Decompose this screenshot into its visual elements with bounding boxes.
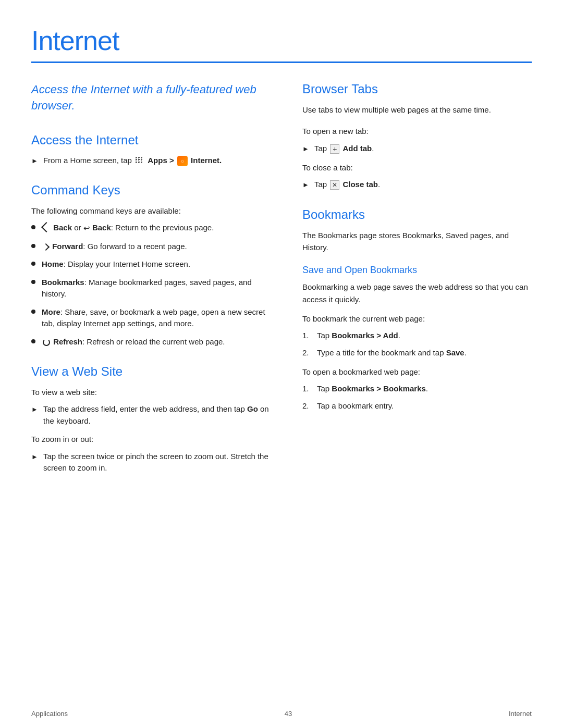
arrow-icon: ► — [302, 180, 309, 190]
bookmarks-section: Bookmarks The Bookmarks page stores Book… — [302, 207, 532, 412]
view-web-site-step1: ► Tap the address field, enter the web a… — [31, 403, 271, 427]
list-item: Back or ↩ Back: Return to the previous p… — [31, 222, 271, 234]
list-item: 2. Tap a bookmark entry. — [302, 400, 532, 412]
command-keys-title: Command Keys — [31, 183, 271, 198]
view-web-site-step2-text: Tap the screen twice or pinch the screen… — [43, 451, 271, 474]
access-internet-title: Access the Internet — [31, 133, 271, 147]
close-tab-intro: To close a tab: — [302, 162, 532, 174]
save-open-title: Save and Open Bookmarks — [302, 265, 532, 276]
arrow-icon: ► — [31, 452, 38, 462]
footer-right: Internet — [509, 710, 532, 718]
bookmarks-item: Bookmarks: Manage bookmarked pages, save… — [42, 277, 271, 300]
close-tab-step: ► Tap ✕ Close tab. — [302, 179, 532, 191]
step-number: 2. — [302, 400, 313, 412]
bookmark-current-intro: To bookmark the current web page: — [302, 313, 532, 325]
view-web-site-intro1: To view a web site: — [31, 386, 271, 398]
arrow-icon: ► — [302, 144, 309, 154]
browser-tabs-title: Browser Tabs — [302, 82, 532, 96]
right-column: Browser Tabs Use tabs to view multiple w… — [302, 82, 532, 491]
bookmarks-title: Bookmarks — [302, 207, 532, 222]
page-title: Internet — [31, 25, 532, 56]
command-keys-intro: The following command keys are available… — [31, 205, 271, 217]
main-columns: Access the Internet with a fully-feature… — [31, 82, 532, 491]
bullet-dot — [31, 225, 35, 229]
open-tab-intro: To open a new tab: — [302, 125, 532, 137]
step-number: 1. — [302, 330, 313, 342]
save-open-intro: Bookmarking a web page saves the web add… — [302, 281, 532, 305]
view-web-site-title: View a Web Site — [31, 364, 271, 379]
close-tab-icon: ✕ — [330, 180, 339, 190]
refresh-item: Refresh: Refresh or reload the current w… — [42, 336, 225, 348]
arrow-icon: ► — [31, 404, 38, 415]
browser-tabs-intro: Use tabs to view multiple web pages at t… — [302, 104, 532, 116]
refresh-icon — [43, 339, 50, 346]
step-number: 2. — [302, 347, 313, 359]
forward-item: Forward: Go forward to a recent page. — [42, 241, 187, 253]
footer-left: Applications — [31, 710, 68, 718]
bullet-dot — [31, 310, 35, 314]
bullet-dot — [31, 262, 35, 266]
list-item: Home: Display your Internet Home screen. — [31, 258, 271, 270]
footer-center: 43 — [285, 710, 292, 718]
tap-bookmark-entry: Tap a bookmark entry. — [317, 400, 394, 412]
apps-label: Apps > — [148, 156, 174, 165]
list-item: Bookmarks: Manage bookmarked pages, save… — [31, 277, 271, 300]
bookmark-steps-list: 1. Tap Bookmarks > Add. 2. Type a title … — [302, 330, 532, 359]
view-web-site-intro2: To zoom in or out: — [31, 433, 271, 445]
arrow-icon: ► — [31, 156, 38, 166]
bullet-dot — [31, 339, 35, 343]
view-web-site-step2: ► Tap the screen twice or pinch the scre… — [31, 451, 271, 474]
intro-text: Access the Internet with a fully-feature… — [31, 82, 271, 114]
bullet-dot — [31, 244, 35, 248]
left-column: Access the Internet with a fully-feature… — [31, 82, 271, 491]
list-item: 1. Tap Bookmarks > Bookmarks. — [302, 383, 532, 395]
open-tab-step: ► Tap + Add tab. — [302, 143, 532, 155]
list-item: 2. Type a title for the bookmark and tap… — [302, 347, 532, 359]
title-divider — [31, 61, 532, 63]
back-icon — [41, 222, 52, 232]
access-internet-step: ► From a Home screen, tap Apps > ☼ Inter… — [31, 155, 271, 167]
bookmarks-intro: The Bookmarks page stores Bookmarks, Sav… — [302, 229, 532, 254]
internet-label: Internet. — [191, 156, 222, 165]
list-item: Refresh: Refresh or reload the current w… — [31, 336, 271, 348]
browser-tabs-section: Browser Tabs Use tabs to view multiple w… — [302, 82, 532, 191]
apps-icon — [135, 156, 144, 166]
open-bookmarked-intro: To open a bookmarked web page: — [302, 366, 532, 378]
internet-icon: ☼ — [177, 156, 188, 166]
command-keys-section: Command Keys The following command keys … — [31, 183, 271, 348]
bullet-dot — [31, 280, 35, 284]
back-item: Back or ↩ Back: Return to the previous p… — [42, 222, 214, 234]
command-keys-list: Back or ↩ Back: Return to the previous p… — [31, 222, 271, 348]
save-open-bookmarks-subsection: Save and Open Bookmarks Bookmarking a we… — [302, 265, 532, 412]
forward-icon — [42, 243, 50, 251]
step-number: 1. — [302, 383, 313, 395]
list-item: More: Share, save, or bookmark a web pag… — [31, 306, 271, 330]
home-item: Home: Display your Internet Home screen. — [42, 258, 190, 270]
more-item: More: Share, save, or bookmark a web pag… — [42, 306, 271, 330]
open-bookmark-steps-list: 1. Tap Bookmarks > Bookmarks. 2. Tap a b… — [302, 383, 532, 412]
access-internet-text: From a Home screen, tap Apps > ☼ Interne… — [43, 155, 222, 167]
add-tab-icon: + — [330, 144, 339, 154]
list-item: Forward: Go forward to a recent page. — [31, 241, 271, 253]
access-internet-section: Access the Internet ► From a Home screen… — [31, 133, 271, 167]
footer: Applications 43 Internet — [0, 710, 563, 718]
view-web-site-section: View a Web Site To view a web site: ► Ta… — [31, 364, 271, 474]
page-content: Internet Access the Internet with a full… — [0, 0, 563, 522]
list-item: 1. Tap Bookmarks > Add. — [302, 330, 532, 342]
